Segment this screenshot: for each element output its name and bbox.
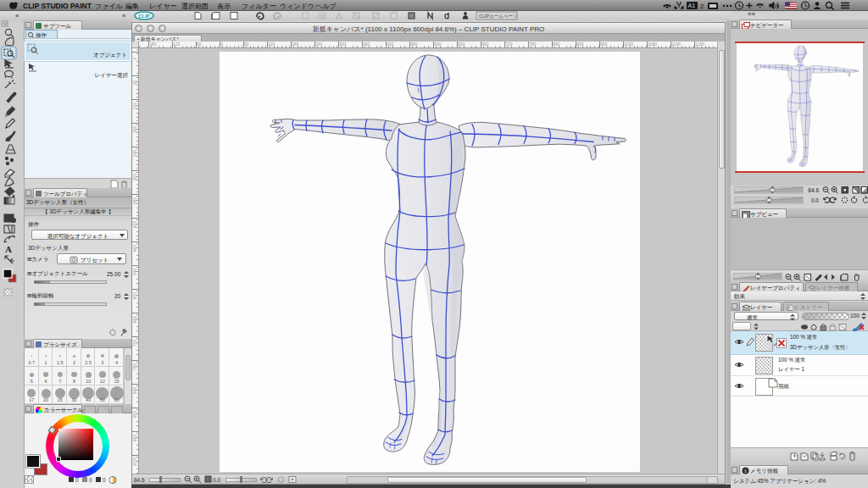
svg-text:A1: A1 [688, 3, 696, 8]
svg-text:CLIPホームページ: CLIPホームページ [479, 14, 518, 19]
svg-text:2: 2 [700, 3, 704, 10]
svg-text:0: 0 [103, 477, 106, 483]
svg-text:0: 0 [75, 477, 79, 483]
svg-text:A: A [5, 244, 12, 254]
svg-text:0: 0 [89, 477, 92, 483]
svg-text:CLIP: CLIP [138, 14, 150, 19]
svg-text:i: i [745, 468, 747, 474]
